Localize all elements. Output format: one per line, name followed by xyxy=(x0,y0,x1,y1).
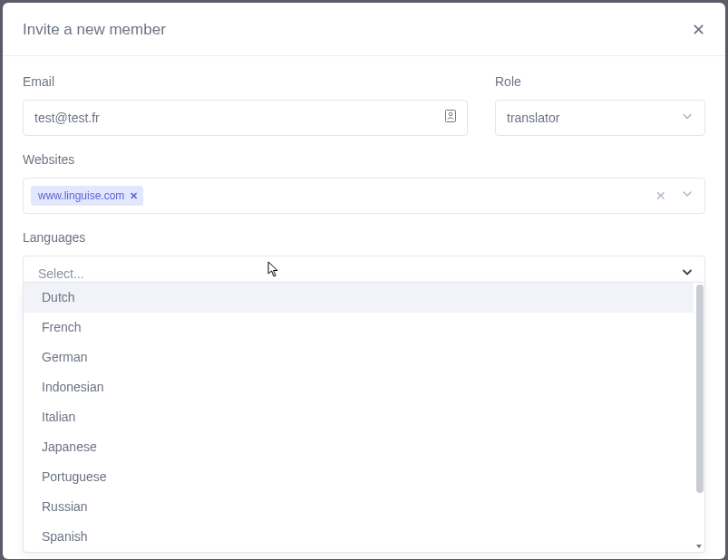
websites-label: Websites xyxy=(23,152,705,167)
contact-card-icon[interactable] xyxy=(444,110,457,126)
chevron-down-icon xyxy=(681,266,694,282)
languages-label: Languages xyxy=(23,230,705,245)
scrollbar[interactable] xyxy=(694,283,704,552)
language-option[interactable]: French xyxy=(24,313,694,343)
role-select[interactable]: translator xyxy=(495,100,705,136)
chevron-down-icon xyxy=(681,188,694,204)
language-option[interactable]: Spanish xyxy=(24,522,694,552)
language-option[interactable]: Portuguese xyxy=(24,462,694,492)
modal-header: Invite a new member ✕ xyxy=(3,3,725,56)
languages-placeholder: Select... xyxy=(34,266,84,281)
website-tag: www.linguise.com ✕ xyxy=(31,186,143,206)
invite-member-modal: Invite a new member ✕ Email xyxy=(3,3,725,559)
website-tag-label: www.linguise.com xyxy=(38,189,124,202)
email-label: Email xyxy=(23,74,468,89)
email-input[interactable] xyxy=(23,100,468,136)
websites-select[interactable]: www.linguise.com ✕ ✕ xyxy=(23,178,705,214)
tag-remove-icon[interactable]: ✕ xyxy=(130,190,138,202)
svg-point-1 xyxy=(449,112,452,116)
language-option[interactable]: Indonesian xyxy=(24,372,694,402)
language-option[interactable]: Japanese xyxy=(24,432,694,462)
role-value: translator xyxy=(507,111,559,125)
chevron-down-icon xyxy=(681,111,694,126)
language-option[interactable]: Italian xyxy=(24,402,694,432)
scrollbar-thumb[interactable] xyxy=(696,285,704,493)
languages-dropdown: DutchFrenchGermanIndonesianItalianJapane… xyxy=(23,282,705,553)
language-option[interactable]: Russian xyxy=(24,492,694,522)
clear-icon[interactable]: ✕ xyxy=(655,188,666,203)
close-icon[interactable]: ✕ xyxy=(692,22,705,38)
scroll-down-icon[interactable] xyxy=(695,543,703,550)
modal-title: Invite a new member xyxy=(23,21,166,39)
language-option[interactable]: German xyxy=(24,343,694,372)
modal-body: Email Role translator xyxy=(3,56,725,310)
role-label: Role xyxy=(495,74,705,89)
languages-option-list: DutchFrenchGermanIndonesianItalianJapane… xyxy=(24,283,694,552)
language-option[interactable]: Dutch xyxy=(24,283,694,313)
